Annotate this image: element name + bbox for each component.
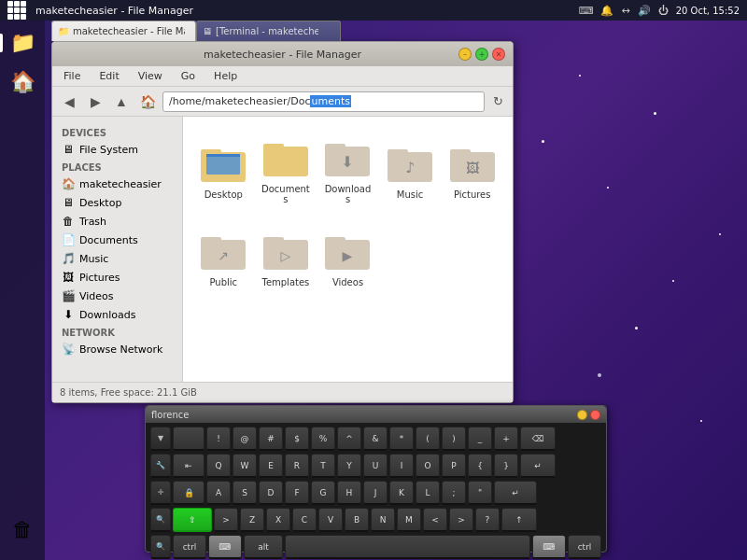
sidebar-downloads[interactable]: ⬇ Downloads [56, 305, 178, 324]
key-settings[interactable]: ▼ [150, 427, 171, 451]
key-ctrl-right[interactable]: ctrl [568, 535, 601, 559]
network-icon[interactable]: ↔ [621, 5, 629, 17]
key-p[interactable]: P [442, 454, 466, 478]
window-minimize-button[interactable]: – [458, 48, 472, 61]
sidebar-pictures[interactable]: 🖼 Pictures [56, 268, 178, 287]
key-space[interactable] [285, 535, 530, 559]
forward-button[interactable]: ▶ [84, 91, 106, 113]
key-b[interactable]: B [345, 508, 369, 532]
key-m[interactable]: M [397, 508, 421, 532]
sidebar-icon-files[interactable]: 📁 [4, 24, 41, 62]
key-i[interactable]: I [389, 454, 414, 478]
window-maximize-button[interactable]: + [475, 48, 488, 61]
file-item-videos[interactable]: ▶ Videos [318, 216, 377, 300]
window-close-button[interactable]: ✕ [492, 48, 505, 61]
key-search[interactable]: 🔍 [150, 508, 171, 532]
key-caret[interactable]: ^ [337, 427, 361, 451]
key-amp[interactable]: & [363, 427, 388, 451]
address-bar[interactable]: /home/maketecheasier/Documents [162, 91, 485, 112]
file-item-desktop[interactable]: Desktop [194, 128, 253, 212]
key-h[interactable]: H [337, 481, 361, 505]
key-k[interactable]: K [389, 481, 414, 505]
file-item-downloads[interactable]: ⬇ Downloads [318, 128, 377, 212]
key-d[interactable]: D [259, 481, 283, 505]
key-quote[interactable]: " [468, 481, 492, 505]
key-gt2[interactable]: > [449, 508, 473, 532]
key-a[interactable]: A [206, 481, 231, 505]
up-button[interactable]: ▲ [110, 91, 133, 113]
sidebar-trash[interactable]: 🗑 Trash [56, 212, 178, 231]
key-e[interactable]: E [259, 454, 283, 478]
sidebar-desktop[interactable]: 🖥 Desktop [56, 193, 178, 212]
key-up[interactable]: ↑ [501, 508, 537, 532]
sidebar-icon-home[interactable]: 🏠 [4, 63, 41, 101]
sidebar-maketecheasier[interactable]: 🏠 maketecheasier [56, 175, 178, 193]
sound-icon[interactable]: 🔊 [638, 5, 651, 17]
key-empty[interactable] [173, 427, 204, 451]
key-v[interactable]: V [318, 508, 343, 532]
key-caps[interactable]: 🔒 [173, 481, 204, 505]
file-item-music[interactable]: ♪ Music [381, 128, 440, 212]
key-z[interactable]: Z [240, 508, 264, 532]
key-w[interactable]: W [233, 454, 257, 478]
menu-file[interactable]: File [60, 68, 84, 84]
key-l[interactable]: L [416, 481, 440, 505]
key-q[interactable]: Q [206, 454, 231, 478]
apps-grid-icon[interactable] [7, 1, 26, 20]
menu-view[interactable]: View [134, 68, 166, 84]
file-item-pictures[interactable]: 🖼 Pictures [443, 128, 501, 212]
tab-file-manager[interactable]: 📁 maketecheasier - File Mana... [51, 21, 196, 41]
key-star[interactable]: * [389, 427, 414, 451]
key-plus[interactable]: + [494, 427, 518, 451]
key-ctrl-left[interactable]: ctrl [173, 535, 206, 559]
key-percent[interactable]: % [311, 427, 335, 451]
power-icon[interactable]: ⏻ [658, 5, 669, 17]
menu-go[interactable]: Go [177, 68, 199, 84]
back-button[interactable]: ◀ [58, 91, 80, 113]
key-rbrace[interactable]: } [494, 454, 518, 478]
key-u[interactable]: U [363, 454, 388, 478]
key-backspace[interactable]: ⌫ [520, 427, 556, 451]
key-dollar[interactable]: $ [285, 427, 309, 451]
key-plus-icon[interactable]: ✛ [150, 481, 171, 505]
keyboard-icon[interactable]: ⌨ [579, 5, 594, 17]
tab-terminal[interactable]: 🖥 [Terminal - maketecheasier...] [196, 21, 341, 41]
key-keyboard-left[interactable]: ⌨ [208, 535, 242, 559]
key-semicolon[interactable]: ; [442, 481, 466, 505]
key-rparen[interactable]: ) [442, 427, 466, 451]
key-wrench[interactable]: 🔧 [150, 454, 171, 478]
key-lbrace[interactable]: { [468, 454, 492, 478]
file-item-documents[interactable]: Documents [257, 128, 316, 212]
key-s[interactable]: S [233, 481, 257, 505]
key-r[interactable]: R [285, 454, 309, 478]
sidebar-filesystem[interactable]: 🖥 File System [56, 140, 178, 159]
key-y[interactable]: Y [337, 454, 361, 478]
key-o[interactable]: O [416, 454, 440, 478]
sidebar-music[interactable]: 🎵 Music [56, 249, 178, 268]
key-question[interactable]: ? [475, 508, 500, 532]
key-enter-mid[interactable]: ↵ [494, 481, 537, 505]
sidebar-browse-network[interactable]: 📡 Browse Network [56, 340, 178, 358]
file-item-public[interactable]: ↗ Public [194, 216, 253, 300]
key-zoom[interactable]: 🔍 [150, 535, 171, 559]
key-t[interactable]: T [311, 454, 335, 478]
key-enter-top[interactable]: ↵ [520, 454, 556, 478]
key-tab[interactable]: ⇤ [173, 454, 204, 478]
key-j[interactable]: J [363, 481, 388, 505]
key-keyboard-right[interactable]: ⌨ [532, 535, 566, 559]
key-g[interactable]: G [311, 481, 335, 505]
key-underscore[interactable]: _ [468, 427, 492, 451]
sidebar-videos[interactable]: 🎬 Videos [56, 287, 178, 305]
menu-help[interactable]: Help [210, 68, 241, 84]
home-button[interactable]: 🏠 [136, 91, 159, 113]
menu-edit[interactable]: Edit [95, 68, 122, 84]
key-x[interactable]: X [266, 508, 290, 532]
sidebar-documents[interactable]: 📄 Documents [56, 231, 178, 249]
sidebar-icon-trash[interactable]: 🗑 [4, 511, 41, 549]
bell-icon[interactable]: 🔔 [600, 5, 613, 17]
keyboard-close-button[interactable] [590, 410, 600, 420]
key-exclaim[interactable]: ! [206, 427, 231, 451]
file-item-templates[interactable]: ▷ Templates [257, 216, 316, 300]
key-lt[interactable]: < [423, 508, 447, 532]
key-alt-left[interactable]: alt [244, 535, 283, 559]
